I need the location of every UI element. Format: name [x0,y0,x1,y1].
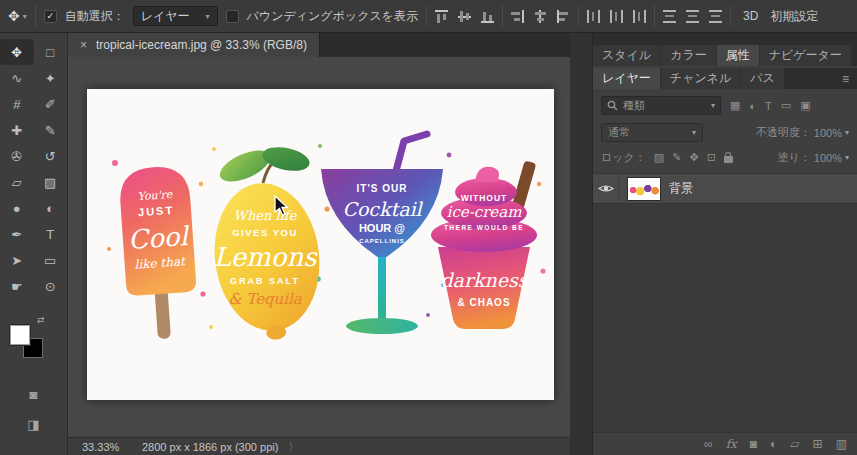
layer-row-background[interactable]: 背景 [593,174,857,204]
stamp-icon: ✇ [11,149,22,164]
filter-type-layer-icon[interactable]: T [765,100,772,112]
align-top-icon[interactable] [435,10,448,23]
distribute-left-icon[interactable] [587,10,600,23]
lock-artboard-icon[interactable]: ⊡ [707,151,716,164]
hand-tool[interactable]: ☛ [0,273,34,299]
new-layer-icon[interactable]: ⊞ [813,437,823,451]
document-tab-bar: × tropical-icecream.jpg @ 33.3% (RGB/8) [68,33,570,57]
brush-tool[interactable]: ✎ [34,117,68,143]
type-tool[interactable]: T [34,221,68,247]
align-horizontal-center-icon[interactable] [534,10,547,23]
cocktail-text: CAPELLINIS [359,238,405,244]
tab-styles[interactable]: スタイル [593,45,660,66]
pen-tool[interactable]: ✒ [0,221,34,247]
healing-brush-tool[interactable]: ✚ [0,117,34,143]
path-select-tool[interactable]: ➤ [0,247,34,273]
foreground-color-swatch[interactable] [10,325,30,345]
shape-icon: ▭ [44,253,56,268]
canvas-area[interactable]: You're JUST Cool like that [68,57,570,437]
dodge-tool[interactable]: ◐ [34,195,68,221]
layer-visibility-toggle[interactable] [593,174,619,203]
chevron-down-icon: ▾ [845,153,849,162]
fill-value[interactable]: 100% [814,152,842,164]
lock-transparency-icon[interactable]: ▨ [654,151,664,164]
close-icon[interactable]: × [80,38,87,52]
marquee-tool[interactable]: □ [34,39,68,65]
layer-thumbnail[interactable] [627,177,661,201]
filter-adjustment-layer-icon[interactable]: ◐ [749,100,756,112]
align-bottom-icon[interactable] [481,10,494,23]
popsicle-text: JUST [138,204,175,218]
tab-layers[interactable]: レイヤー [593,68,660,89]
divider [502,5,503,27]
new-adjustment-layer-icon[interactable]: ◐ [770,437,777,451]
tool-options-bar: ✥ ▾ ✓ 自動選択： レイヤー ▾ バウンディングボックスを表示 [0,0,857,33]
lock-fill-row: ロック： ▨ ✎ ✥ ⊡ 塗り： 100% ▾ [593,148,857,174]
bounding-box-checkbox[interactable] [226,10,239,23]
opacity-value[interactable]: 100% [814,127,842,139]
filter-shape-layer-icon[interactable]: ▭ [781,99,791,112]
opacity-label: 不透明度： [756,125,811,140]
history-brush-tool[interactable]: ↺ [34,143,68,169]
auto-select-target-dropdown[interactable]: レイヤー ▾ [133,6,218,26]
delete-layer-icon[interactable]: ▥ [836,437,847,451]
layer-filter-row: 種類 ▾ ▦ ◐ T ▭ ▣ [593,89,857,120]
add-layer-mask-icon[interactable]: ◙ [750,437,757,451]
gradient-tool[interactable]: ▨ [34,169,68,195]
tab-channels[interactable]: チャンネル [661,68,740,89]
distribute-right-icon[interactable] [633,10,646,23]
new-group-icon[interactable]: ▱ [790,437,799,451]
lemon-text: & Tequila [228,290,302,308]
lasso-tool[interactable]: ∿ [0,65,34,91]
distribute-bottom-icon[interactable] [709,10,722,23]
tab-color[interactable]: カラー [661,45,716,66]
blend-mode-dropdown[interactable]: 通常 ▾ [601,123,703,142]
zoom-level-field[interactable]: 33.33% [82,441,136,453]
align-vertical-center-icon[interactable] [458,10,471,23]
swap-colors-icon[interactable]: ⇄ [37,315,45,325]
panel-menu-icon[interactable]: ≡ [834,68,857,89]
active-tool-preset[interactable]: ✥ ▾ [8,8,27,24]
status-chevron-icon[interactable]: 〉 [288,440,298,454]
tab-paths[interactable]: パス [741,68,784,89]
eraser-tool[interactable]: ▱ [0,169,34,195]
layer-name: 背景 [669,180,693,197]
move-tool[interactable]: ✥ [0,39,34,65]
quick-select-tool[interactable]: ✦ [34,65,68,91]
eyedropper-tool[interactable]: ✐ [34,91,68,117]
quick-mask-button[interactable]: ◙ [30,387,38,402]
clone-stamp-tool[interactable]: ✇ [0,143,34,169]
align-right-icon[interactable] [557,10,570,23]
layer-style-fx-icon[interactable]: fx [726,437,737,451]
3d-mode-button[interactable]: 3D [743,9,758,23]
lock-position-icon[interactable]: ✥ [689,151,698,164]
lock-label: ロック： [601,150,646,165]
lock-pixels-icon[interactable]: ✎ [672,151,681,164]
screen-mode-button[interactable]: ◨ [27,417,39,432]
icecream-illustration: WITHOUT ice-cream THERE WOULD BE darknes… [431,160,537,329]
chevron-down-icon: ▾ [206,12,210,21]
tab-navigator[interactable]: ナビゲーター [760,45,851,66]
document-tab[interactable]: × tropical-icecream.jpg @ 33.3% (RGB/8) [68,33,320,57]
dock-tab-bar: スタイル カラー 属性 ナビゲーター [593,45,857,66]
filter-pixel-layer-icon[interactable]: ▦ [730,99,740,112]
distribute-horizontal-center-icon[interactable] [610,10,623,23]
opacity-control[interactable]: 不透明度： 100% ▾ [756,125,849,140]
shape-tool[interactable]: ▭ [34,247,68,273]
workspace-preset-button[interactable]: 初期設定 [770,8,818,25]
document-image[interactable]: You're JUST Cool like that [87,89,554,400]
zoom-tool[interactable]: ⊙ [34,273,68,299]
layers-list: 背景 [593,174,857,432]
fill-control[interactable]: 塗り： 100% ▾ [778,150,849,165]
lock-all-icon[interactable] [724,156,733,163]
auto-select-checkbox[interactable]: ✓ [44,10,57,23]
align-left-icon[interactable] [511,10,524,23]
tab-properties[interactable]: 属性 [717,45,759,66]
crop-tool[interactable]: # [0,91,34,117]
link-layers-icon[interactable]: ∞ [704,437,713,451]
layer-filter-search[interactable]: 種類 ▾ [601,96,721,115]
filter-smart-object-icon[interactable]: ▣ [800,99,810,112]
blur-tool[interactable]: ● [0,195,34,221]
distribute-vertical-center-icon[interactable] [686,10,699,23]
distribute-top-icon[interactable] [663,10,676,23]
